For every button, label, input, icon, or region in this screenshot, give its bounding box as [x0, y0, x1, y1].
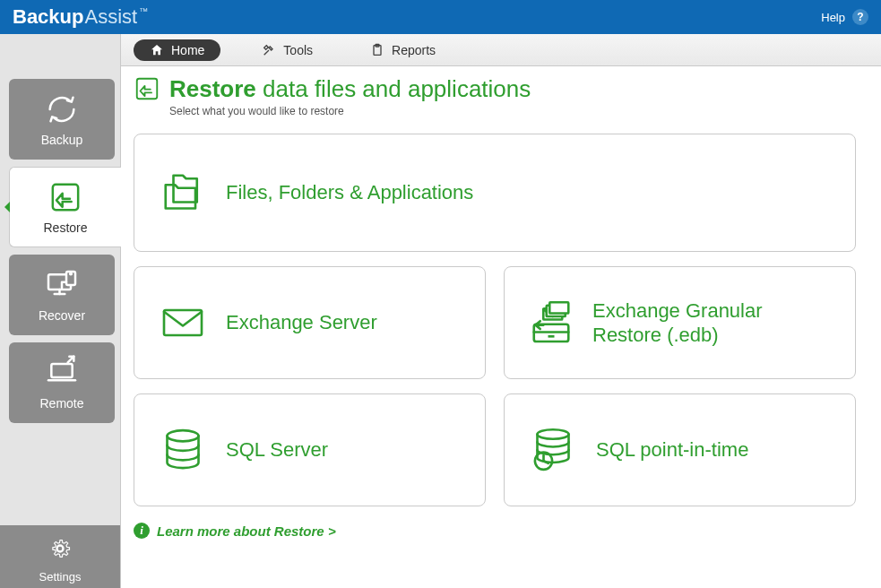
svg-rect-15 — [548, 335, 555, 338]
backup-cycle-icon — [44, 91, 80, 127]
card-sql-server[interactable]: SQL Server — [134, 393, 486, 506]
sidebar-item-backup[interactable]: Backup — [9, 79, 115, 160]
sidebar-item-remote[interactable]: Remote — [9, 342, 115, 423]
sidebar-item-restore[interactable]: Restore — [9, 167, 121, 247]
card-exchange-server[interactable]: Exchange Server — [134, 266, 486, 379]
help-link[interactable]: Help ? — [821, 9, 868, 25]
page-title-rest: data files and applications — [263, 75, 531, 102]
card-exchange-granular-restore[interactable]: Exchange Granular Restore (.edb) — [504, 266, 856, 379]
svg-point-21 — [538, 429, 569, 439]
database-clock-icon — [526, 425, 580, 475]
tools-icon — [262, 43, 276, 57]
recover-monitor-icon — [44, 267, 80, 303]
svg-rect-12 — [164, 310, 202, 335]
nav-tab-strip: Home Tools Reports — [121, 34, 881, 66]
svg-rect-0 — [53, 185, 78, 210]
content-area: Restore data files and applications Sele… — [121, 66, 881, 588]
tab-label: Tools — [283, 43, 313, 57]
restore-heading-icon — [134, 75, 160, 106]
tab-tools[interactable]: Tools — [246, 39, 329, 61]
brand-word1: Backup — [13, 5, 83, 29]
card-title: Files, Folders & Applications — [226, 180, 473, 205]
sidebar: Backup Restore — [0, 34, 121, 588]
tab-reports[interactable]: Reports — [354, 39, 452, 61]
tab-label: Reports — [392, 43, 436, 57]
help-icon: ? — [852, 9, 868, 25]
reports-clipboard-icon — [370, 43, 384, 57]
brand: Backup Assist ™ — [13, 5, 148, 29]
page-subtitle: Select what you would like to restore — [169, 105, 531, 117]
help-label: Help — [821, 11, 845, 24]
card-title: SQL point-in-time — [596, 437, 748, 463]
page-heading: Restore data files and applications Sele… — [134, 75, 856, 117]
mailbox-drawer-icon — [526, 298, 576, 348]
svg-rect-18 — [549, 302, 568, 313]
sidebar-label: Remote — [39, 396, 83, 411]
sidebar-label: Recover — [39, 308, 85, 323]
card-title: Exchange Granular Restore (.edb) — [592, 298, 833, 348]
remote-laptop-icon — [44, 355, 80, 391]
svg-point-5 — [70, 273, 72, 275]
sidebar-label: Restore — [43, 220, 87, 235]
tab-label: Home — [171, 43, 204, 57]
page-title: Restore data files and applications — [169, 75, 531, 103]
folders-icon — [156, 168, 210, 218]
restore-icon — [48, 179, 83, 215]
envelope-icon — [156, 298, 210, 348]
tab-home[interactable]: Home — [134, 39, 220, 61]
sidebar-label: Settings — [39, 570, 82, 584]
sidebar-item-settings[interactable]: Settings — [0, 525, 120, 588]
header-bar: Backup Assist ™ Help ? — [0, 0, 881, 34]
gear-icon — [48, 536, 73, 561]
sidebar-item-recover[interactable]: Recover — [9, 255, 115, 335]
card-title: SQL Server — [226, 437, 328, 463]
svg-point-20 — [168, 430, 199, 441]
brand-word2: Assist — [84, 5, 137, 29]
page-title-bold: Restore — [169, 75, 256, 102]
database-icon — [156, 425, 210, 475]
info-icon: i — [134, 523, 150, 539]
sidebar-label: Backup — [41, 133, 83, 147]
brand-tm: ™ — [139, 6, 148, 16]
svg-rect-6 — [51, 364, 72, 377]
learn-more-link[interactable]: i Learn more about Restore > — [134, 523, 856, 539]
card-sql-point-in-time[interactable]: SQL point-in-time — [504, 393, 856, 506]
home-icon — [150, 43, 164, 57]
card-files-folders-applications[interactable]: Files, Folders & Applications — [134, 134, 856, 252]
card-title: Exchange Server — [226, 310, 377, 335]
learn-more-label: Learn more about Restore > — [157, 523, 336, 539]
